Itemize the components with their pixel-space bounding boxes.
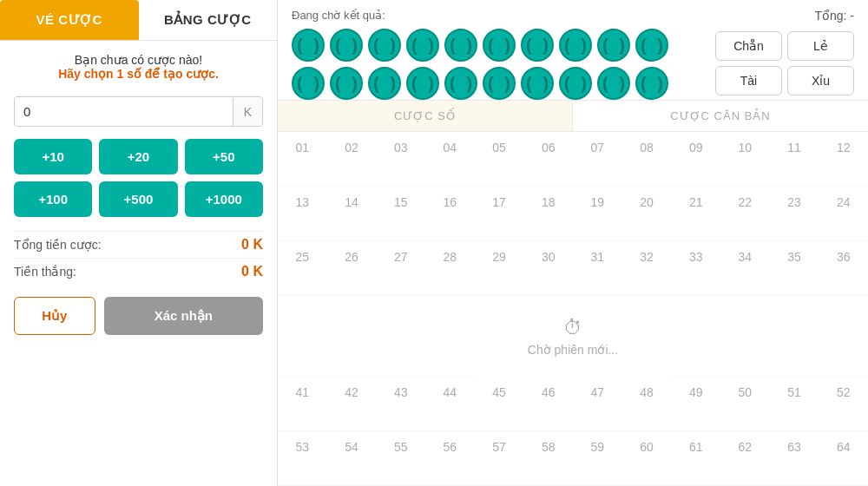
- empty-cell: [819, 296, 868, 376]
- number-cell[interactable]: 21: [671, 187, 720, 241]
- number-cell[interactable]: 62: [720, 431, 770, 486]
- number-cell[interactable]: 63: [770, 431, 819, 486]
- quick-buttons: +10 +20 +50 +100 +500 +1000: [14, 139, 263, 217]
- number-cell[interactable]: 54: [327, 431, 377, 486]
- balls-container: [292, 29, 705, 100]
- number-cell[interactable]: 33: [671, 241, 720, 296]
- number-cell[interactable]: 50: [720, 377, 770, 431]
- tai-button[interactable]: Tài: [715, 66, 782, 95]
- number-cell[interactable]: 47: [573, 377, 622, 431]
- cuoc-so-header: CƯỢC SỐ: [278, 101, 573, 131]
- waiting-session: ⏱Chờ phiên mới...: [475, 296, 672, 376]
- number-cell[interactable]: 30: [523, 241, 573, 296]
- number-cell[interactable]: 05: [475, 132, 524, 187]
- bet-input[interactable]: [15, 97, 233, 126]
- quick-btn-10[interactable]: +10: [14, 139, 92, 174]
- le-button[interactable]: Lẻ: [787, 31, 854, 61]
- number-cell[interactable]: 01: [278, 132, 327, 187]
- notice-box: Bạn chưa có cược nào! Hãy chọn 1 số để t…: [14, 53, 263, 81]
- ball-13: [406, 67, 439, 100]
- number-cell[interactable]: 60: [622, 431, 672, 486]
- number-cell[interactable]: 32: [622, 241, 672, 296]
- quick-btn-20[interactable]: +20: [99, 139, 177, 174]
- number-cell[interactable]: 26: [327, 241, 377, 296]
- number-cell[interactable]: 45: [475, 377, 524, 431]
- number-cell[interactable]: 64: [819, 431, 868, 486]
- number-cell[interactable]: 48: [622, 377, 672, 431]
- number-cell[interactable]: 36: [819, 241, 868, 296]
- quick-btn-500[interactable]: +500: [99, 181, 177, 217]
- number-cell[interactable]: 02: [327, 132, 377, 187]
- number-cell[interactable]: 51: [770, 377, 819, 431]
- number-cell[interactable]: 43: [376, 377, 425, 431]
- number-cell[interactable]: 27: [376, 241, 425, 296]
- tab-ve-cuoc[interactable]: VÉ CƯỢC: [0, 0, 139, 40]
- number-cell[interactable]: 58: [523, 431, 573, 486]
- number-cell[interactable]: 18: [523, 187, 573, 241]
- ball-6: [521, 29, 554, 62]
- ball-17: [559, 67, 592, 100]
- number-cell[interactable]: 28: [425, 241, 475, 296]
- empty-cell: [720, 296, 770, 376]
- number-cell[interactable]: 46: [523, 377, 573, 431]
- number-cell[interactable]: 22: [720, 187, 770, 241]
- chan-button[interactable]: Chẵn: [715, 31, 782, 61]
- win-row: Tiền thắng: 0 K: [14, 258, 263, 285]
- number-cell[interactable]: 55: [376, 431, 425, 486]
- number-cell[interactable]: 23: [770, 187, 819, 241]
- waiting-label: Đang chờ kết quả:: [292, 9, 705, 22]
- number-cell[interactable]: 52: [819, 377, 868, 431]
- empty-cell: [278, 296, 327, 376]
- number-cell[interactable]: 15: [376, 187, 425, 241]
- number-cell[interactable]: 56: [425, 431, 475, 486]
- number-cell[interactable]: 35: [770, 241, 819, 296]
- clock-icon: ⏱: [563, 317, 582, 339]
- win-label: Tiền thắng:: [14, 265, 76, 279]
- quick-btn-100[interactable]: +100: [14, 181, 92, 217]
- number-cell[interactable]: 10: [720, 132, 770, 187]
- left-panel: VÉ CƯỢC BẢNG CƯỢC Bạn chưa có cược nào! …: [0, 0, 278, 486]
- number-cell[interactable]: 14: [327, 187, 377, 241]
- number-grid: 0102030405060708091011121314151617181920…: [278, 132, 868, 486]
- ball-12: [368, 67, 401, 100]
- number-cell[interactable]: 24: [819, 187, 868, 241]
- number-cell[interactable]: 61: [671, 431, 720, 486]
- number-cell[interactable]: 41: [278, 377, 327, 431]
- right-summary: Tổng: - Chẵn Lẻ Tài Xỉu: [715, 9, 854, 95]
- ball-8: [597, 29, 630, 62]
- number-cell[interactable]: 20: [622, 187, 672, 241]
- waiting-session-text: Chờ phiên mới...: [528, 343, 618, 357]
- total-label: Tổng tiền cược:: [14, 238, 102, 252]
- number-cell[interactable]: 04: [425, 132, 475, 187]
- number-cell[interactable]: 09: [671, 132, 720, 187]
- xiu-button[interactable]: Xỉu: [787, 66, 854, 95]
- summary-total: Tổng: -: [715, 9, 854, 23]
- cancel-button[interactable]: Hủy: [14, 297, 95, 335]
- number-cell[interactable]: 59: [573, 431, 622, 486]
- number-cell[interactable]: 49: [671, 377, 720, 431]
- quick-btn-1000[interactable]: +1000: [185, 181, 263, 217]
- number-cell[interactable]: 13: [278, 187, 327, 241]
- number-cell[interactable]: 57: [475, 431, 524, 486]
- number-cell[interactable]: 19: [573, 187, 622, 241]
- number-cell[interactable]: 53: [278, 431, 327, 486]
- ball-2: [368, 29, 401, 62]
- number-cell[interactable]: 42: [327, 377, 377, 431]
- number-cell[interactable]: 03: [376, 132, 425, 187]
- number-cell[interactable]: 29: [475, 241, 524, 296]
- tab-bang-cuoc[interactable]: BẢNG CƯỢC: [139, 0, 278, 40]
- number-cell[interactable]: 08: [622, 132, 672, 187]
- number-cell[interactable]: 07: [573, 132, 622, 187]
- quick-btn-50[interactable]: +50: [185, 139, 263, 174]
- number-cell[interactable]: 12: [819, 132, 868, 187]
- number-cell[interactable]: 06: [523, 132, 573, 187]
- number-cell[interactable]: 17: [475, 187, 524, 241]
- number-cell[interactable]: 34: [720, 241, 770, 296]
- confirm-button[interactable]: Xác nhận: [104, 297, 263, 335]
- number-cell[interactable]: 11: [770, 132, 819, 187]
- number-cell[interactable]: 16: [425, 187, 475, 241]
- ball-11: [330, 67, 363, 100]
- number-cell[interactable]: 44: [425, 377, 475, 431]
- number-cell[interactable]: 31: [573, 241, 622, 296]
- number-cell[interactable]: 25: [278, 241, 327, 296]
